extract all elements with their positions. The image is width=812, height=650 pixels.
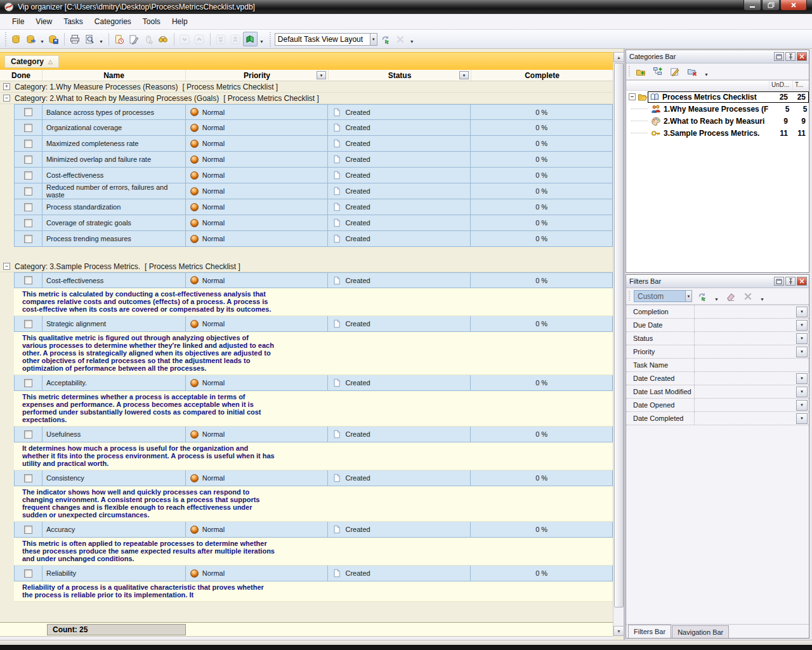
- tree-item-category-3[interactable]: 3.Sample Process Metrics. 11 11: [626, 127, 809, 139]
- priority-cell[interactable]: Normal: [186, 120, 329, 136]
- apply-filter-button[interactable]: [695, 290, 709, 303]
- edit-category-button[interactable]: [668, 65, 682, 78]
- scroll-up-icon[interactable]: ▲: [613, 52, 624, 62]
- horizontal-scrollbar[interactable]: [0, 636, 613, 640]
- status-cell[interactable]: Created: [328, 316, 471, 332]
- done-cell[interactable]: [14, 375, 43, 391]
- task-row[interactable]: Maximized completeness rateNormalCreated…: [0, 136, 613, 152]
- find-button[interactable]: [156, 32, 171, 46]
- complete-cell[interactable]: 0 %: [471, 316, 613, 332]
- move-up-button[interactable]: [192, 32, 207, 46]
- collapse-icon[interactable]: −: [3, 263, 10, 270]
- menu-tools[interactable]: Tools: [137, 15, 166, 29]
- menu-view[interactable]: View: [30, 15, 58, 29]
- tab-filters-bar[interactable]: Filters Bar: [628, 625, 671, 638]
- task-name-cell[interactable]: Accuracy: [43, 522, 186, 538]
- complete-task-button[interactable]: [141, 32, 156, 46]
- task-name-cell[interactable]: Cost-effectiveness: [43, 272, 186, 288]
- menu-tasks[interactable]: Tasks: [58, 15, 89, 29]
- filter-dropdown-icon[interactable]: ▼: [796, 347, 808, 357]
- status-cell[interactable]: Created: [328, 522, 471, 538]
- done-cell[interactable]: [14, 316, 43, 332]
- priority-cell[interactable]: Normal: [186, 470, 329, 486]
- filters-toolbar-overflow-icon[interactable]: ▼: [758, 297, 766, 302]
- task-view-dropdown-icon[interactable]: ▼: [258, 39, 266, 44]
- done-checkbox[interactable]: [24, 276, 32, 284]
- task-row[interactable]: Acceptability.NormalCreated0 %: [0, 375, 613, 391]
- task-row[interactable]: Organizational coverageNormalCreated0 %: [0, 120, 613, 136]
- complete-cell[interactable]: 0 %: [471, 120, 613, 136]
- task-name-cell[interactable]: Strategic alignment: [43, 316, 186, 332]
- complete-cell[interactable]: 0 %: [471, 152, 613, 168]
- task-row[interactable]: Coverage of strategic goalsNormalCreated…: [0, 215, 613, 231]
- task-name-cell[interactable]: Reduced number of errors, failures and w…: [43, 183, 186, 199]
- task-row[interactable]: Minimized overlap and failure rateNormal…: [0, 152, 613, 168]
- complete-cell[interactable]: 0 %: [471, 199, 613, 215]
- tree-item-checklist[interactable]: − Process Metrics Checklist 25 25: [626, 91, 809, 103]
- done-cell[interactable]: [14, 470, 43, 486]
- column-header-complete[interactable]: Complete: [471, 70, 613, 81]
- expand-icon[interactable]: +: [3, 83, 10, 90]
- layout-combo[interactable]: Default Task View Layout ▼: [275, 33, 377, 46]
- open-database-dropdown-icon[interactable]: ▼: [38, 39, 46, 44]
- category-group-row[interactable]: −Category: 2.What to Reach by Measuring …: [0, 93, 613, 104]
- filter-value[interactable]: [695, 332, 796, 345]
- priority-cell[interactable]: Normal: [186, 104, 329, 120]
- task-name-cell[interactable]: Balance across types of processes: [43, 104, 186, 120]
- done-checkbox[interactable]: [24, 430, 32, 439]
- done-cell[interactable]: [14, 427, 43, 442]
- filters-restore-icon[interactable]: [774, 277, 784, 286]
- priority-cell[interactable]: Normal: [186, 168, 329, 183]
- menu-help[interactable]: Help: [166, 15, 193, 29]
- complete-cell[interactable]: 0 %: [471, 522, 613, 538]
- filter-value[interactable]: [695, 319, 796, 331]
- complete-cell[interactable]: 0 %: [471, 136, 613, 152]
- column-header-status[interactable]: Status▼: [329, 70, 471, 81]
- task-view-button[interactable]: [243, 32, 258, 46]
- task-name-cell[interactable]: Consistency: [43, 470, 186, 486]
- categories-close-icon[interactable]: [797, 52, 807, 61]
- complete-cell[interactable]: 0 %: [471, 168, 613, 183]
- category-group-row[interactable]: +Category: 1.Why Measure Processes (Reas…: [0, 81, 613, 93]
- task-row[interactable]: Process trending measuresNormalCreated0 …: [0, 231, 613, 247]
- priority-filter-button[interactable]: ▼: [317, 71, 326, 79]
- task-name-cell[interactable]: Process standardization: [43, 199, 186, 215]
- filter-dropdown-icon[interactable]: ▼: [796, 333, 808, 344]
- filters-pin-icon[interactable]: [785, 277, 796, 286]
- task-row[interactable]: Process standardizationNormalCreated0 %: [0, 199, 613, 215]
- scroll-down-icon[interactable]: ▼: [613, 626, 624, 636]
- task-name-cell[interactable]: Maximized completeness rate: [43, 136, 186, 152]
- clear-filter-button[interactable]: [724, 290, 738, 303]
- status-cell[interactable]: Created: [328, 199, 471, 215]
- complete-cell[interactable]: 0 %: [471, 375, 613, 391]
- status-cell[interactable]: Created: [328, 120, 471, 136]
- categories-pin-icon[interactable]: [785, 52, 796, 61]
- filter-value[interactable]: [695, 399, 796, 411]
- print-preview-button[interactable]: [82, 32, 97, 46]
- status-cell[interactable]: Created: [328, 183, 471, 199]
- priority-cell[interactable]: Normal: [186, 183, 329, 199]
- filter-value[interactable]: [695, 412, 796, 425]
- task-row[interactable]: Strategic alignmentNormalCreated0 %: [0, 316, 613, 332]
- filter-preset-combo[interactable]: Custom ▼: [634, 290, 692, 302]
- new-database-button[interactable]: [9, 32, 23, 46]
- priority-cell[interactable]: Normal: [186, 136, 329, 152]
- tree-col-undone[interactable]: UnD...: [769, 81, 792, 90]
- filter-dropdown-icon[interactable]: ▼: [796, 320, 808, 331]
- task-row[interactable]: Cost-effectivenessNormalCreated0 %: [0, 272, 613, 288]
- categories-toolbar-overflow-icon[interactable]: ▼: [702, 72, 710, 77]
- status-cell[interactable]: Created: [328, 136, 471, 152]
- complete-cell[interactable]: 0 %: [471, 215, 613, 231]
- done-checkbox[interactable]: [24, 156, 32, 164]
- done-checkbox[interactable]: [24, 235, 32, 243]
- status-cell[interactable]: Created: [328, 104, 471, 120]
- task-row[interactable]: ReliabilityNormalCreated0 %: [0, 566, 613, 581]
- apply-filter-dropdown-icon[interactable]: ▼: [712, 297, 721, 302]
- new-subcategory-button[interactable]: [651, 65, 665, 78]
- close-button[interactable]: [780, 0, 807, 11]
- complete-cell[interactable]: 0 %: [471, 272, 613, 288]
- done-cell[interactable]: [14, 272, 43, 288]
- delete-filter-button[interactable]: [741, 290, 755, 303]
- priority-cell[interactable]: Normal: [186, 375, 329, 391]
- status-cell[interactable]: Created: [328, 375, 471, 391]
